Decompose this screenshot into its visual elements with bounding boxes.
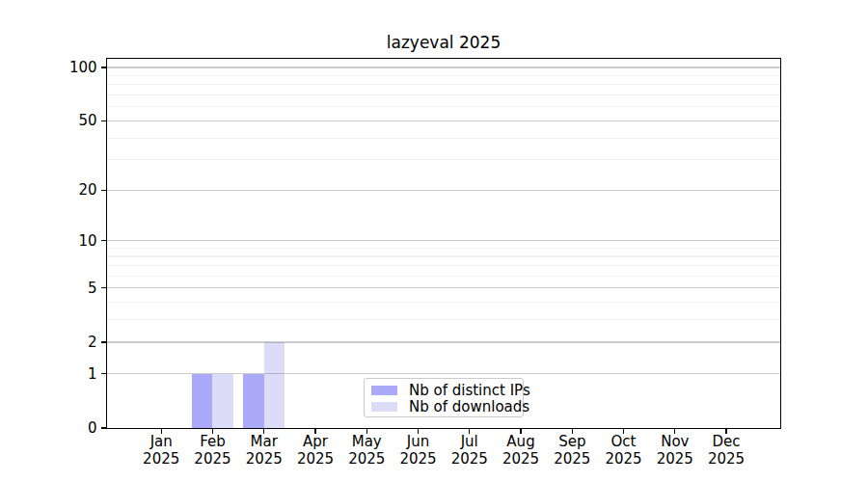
y-tickmark bbox=[101, 287, 106, 288]
y-tick-label: 100 bbox=[40, 59, 97, 76]
bar-downloads-feb bbox=[212, 374, 232, 428]
axis-spine-top bbox=[106, 58, 782, 59]
minor-gridline bbox=[107, 75, 780, 76]
y-tick-label: 10 bbox=[40, 232, 97, 250]
download-stats-chart: lazyeval 2025 0125102050100Jan2025Feb202… bbox=[0, 0, 868, 482]
y-tick-label: 0 bbox=[40, 419, 97, 437]
y-tick-label: 20 bbox=[40, 181, 97, 199]
y-tickmark bbox=[101, 240, 106, 241]
y-tick-label: 1 bbox=[40, 365, 97, 383]
legend-label: Nb of downloads bbox=[409, 398, 529, 415]
y-tickmark bbox=[101, 373, 106, 374]
axis-spine-right bbox=[780, 58, 781, 430]
major-gridline bbox=[107, 341, 780, 342]
y-tickmark bbox=[101, 190, 106, 191]
minor-gridline bbox=[107, 248, 780, 249]
major-gridline bbox=[107, 287, 780, 288]
major-gridline bbox=[107, 190, 780, 191]
x-tick-label: Dec2025 bbox=[695, 434, 757, 468]
legend-item-distinct-ips: Nb of distinct IPs bbox=[371, 382, 515, 399]
major-gridline bbox=[107, 67, 780, 67]
legend-label: Nb of distinct IPs bbox=[409, 382, 530, 399]
minor-gridline bbox=[107, 265, 780, 266]
axis-spine-bottom bbox=[106, 428, 782, 429]
minor-gridline bbox=[107, 94, 780, 95]
bar-distinct-ips-mar bbox=[243, 374, 263, 428]
y-tickmark bbox=[101, 67, 106, 67]
legend-swatch-downloads bbox=[371, 402, 397, 412]
minor-gridline bbox=[107, 84, 780, 85]
legend-item-downloads: Nb of downloads bbox=[371, 399, 515, 416]
minor-gridline bbox=[107, 319, 780, 320]
minor-gridline bbox=[107, 106, 780, 107]
minor-gridline bbox=[107, 255, 780, 256]
minor-gridline bbox=[107, 138, 780, 139]
minor-gridline bbox=[107, 302, 780, 303]
minor-gridline bbox=[107, 159, 780, 160]
axis-spine-left bbox=[106, 58, 107, 430]
legend: Nb of distinct IPs Nb of downloads bbox=[364, 378, 524, 417]
y-tick-label: 5 bbox=[40, 280, 97, 297]
major-gridline bbox=[107, 240, 780, 241]
y-tickmark bbox=[101, 427, 106, 428]
y-tick-label: 50 bbox=[40, 112, 97, 129]
major-gridline bbox=[107, 120, 780, 121]
bar-distinct-ips-feb bbox=[192, 374, 212, 428]
legend-swatch-distinct-ips bbox=[371, 386, 397, 395]
minor-gridline bbox=[107, 276, 780, 277]
y-tickmark bbox=[101, 341, 106, 342]
y-tickmark bbox=[101, 120, 106, 121]
x-tick-year: 2025 bbox=[695, 451, 757, 469]
bar-downloads-mar bbox=[264, 342, 285, 428]
major-gridline bbox=[107, 373, 780, 374]
y-tick-label: 2 bbox=[40, 334, 97, 351]
